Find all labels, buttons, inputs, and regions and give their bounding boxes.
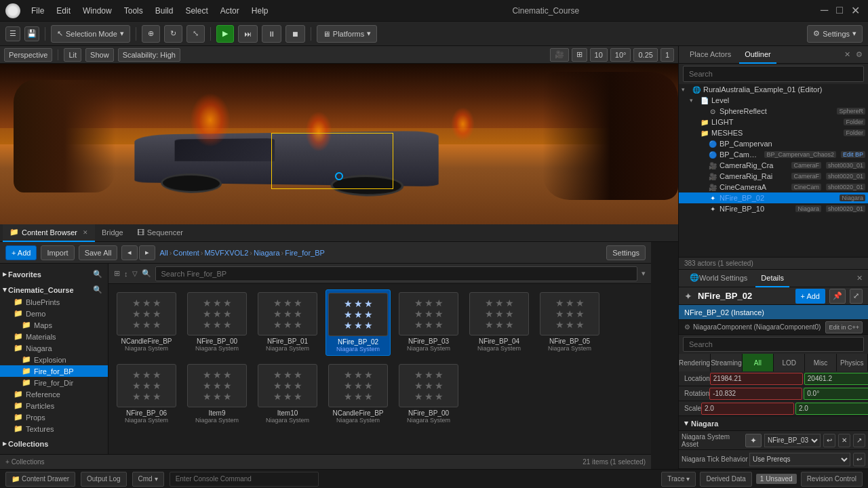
tab-sequencer[interactable]: 🎞 Sequencer [130,224,190,242]
asset-item-4[interactable]: ★★★★★★★★★NFire_BP_03Niagara System [396,289,461,356]
asset-item-5[interactable]: ★★★★★★★★★NFire_BP_04Niagara System [467,289,532,356]
tab-details[interactable]: Details [755,270,789,287]
subtab-lod[interactable]: LOD [774,354,805,371]
breadcrumb-fire[interactable]: Fire_for_BP [285,249,325,257]
menu-build[interactable]: Build [150,5,179,17]
rotate-btn[interactable]: ↻ [164,25,182,43]
niagara-asset-open-btn[interactable]: ↗ [853,434,865,447]
tree-item-1[interactable]: ▾📄Level [679,95,868,106]
niagara-section-header[interactable]: ▾ Niagara [679,416,868,431]
vp-num-btn[interactable]: 1 [660,48,674,62]
tab-bridge[interactable]: Bridge [95,224,130,242]
content-search-input[interactable] [155,266,638,281]
niagara-tick-select[interactable]: Use Prereqs [749,453,850,466]
asset-item-8[interactable]: ★★★★★★★★★Item9Niagara System [184,361,250,426]
location-x-input[interactable] [710,373,803,385]
edit-cpp-btn[interactable]: Edit in C++ [825,321,863,333]
sidebar-fire-for-dir[interactable]: 📁 Fire_for_Dir [0,377,108,388]
asset-item-0[interactable]: ★★★★★★★★★NCandleFire_BPNiagara System [114,289,179,356]
niagara-asset-clear-btn[interactable]: ✕ [838,434,850,447]
search-dropdown-icon[interactable]: ▾ [642,269,646,278]
niagara-asset-browse-btn[interactable]: ↩ [823,434,835,447]
tree-item-9[interactable]: 🎥CineCameraACineCamshot0020_01 [679,182,868,192]
tab-place-actors[interactable]: Place Actors [684,46,736,64]
stop-btn[interactable]: ⏹ [285,25,305,43]
close-icon[interactable]: ✕ [848,4,863,17]
scale-y-input[interactable] [795,403,868,415]
subtab-physics[interactable]: Physics [837,354,868,371]
breadcrumb-all[interactable]: All [159,249,167,257]
pause-btn[interactable]: ⏸ [262,25,281,43]
minimize-icon[interactable]: ─ [818,4,831,17]
tree-item-3[interactable]: 📁LIGHTFolder [679,117,868,127]
outliner-search-input[interactable] [683,66,864,82]
details-pin-btn[interactable]: 📌 [829,289,846,304]
menu-edit[interactable]: Edit [51,5,76,17]
settings-btn[interactable]: ⚙ Settings ▾ [807,25,863,43]
tree-item-2[interactable]: ⊙SphereReflectSphereR [679,106,868,117]
search-icon-sidebar[interactable]: 🔍 [93,270,102,279]
sidebar-niagara[interactable]: 📁 Niagara [0,342,108,354]
rotation-y-input[interactable] [804,388,868,400]
sidebar-reference[interactable]: 📁 Reference [0,388,108,400]
vp-fov-btn[interactable]: 0.25 [633,48,657,62]
rotation-x-input[interactable] [709,388,802,400]
view-options-icon[interactable]: ⊞ [114,269,120,278]
vp-camera-btn[interactable]: 🎥 [550,48,569,62]
lit-btn[interactable]: Lit [64,48,81,62]
tree-item-8[interactable]: 🎥CameraRig_RaiCameraFshot0020_01 [679,171,868,182]
vp-angle-btn[interactable]: 10° [610,48,631,62]
skip-btn[interactable]: ⏭ [238,25,258,43]
collections-label[interactable]: + Collections [5,458,45,466]
selection-mode-btn[interactable]: ↖ Selection Mode ▾ [51,25,130,43]
tree-item-0[interactable]: ▾🌐RuralAustralia_Example_01 (Editor) [679,84,868,95]
sidebar-materials[interactable]: 📁 Materials [0,331,108,342]
menu-file[interactable]: File [26,5,50,17]
sidebar-textures[interactable]: 📁 Textures [0,423,108,434]
sort-icon[interactable]: ↕ [124,270,128,278]
subtab-misc[interactable]: Misc [805,354,836,371]
location-y-input[interactable] [804,373,868,385]
perspective-btn[interactable]: Perspective [4,48,52,62]
asset-item-6[interactable]: ★★★★★★★★★NFire_BP_05Niagara System [537,289,602,356]
sidebar-fire-for-bp[interactable]: 📁 Fire_for_BP [0,365,108,377]
vp-snap-btn[interactable]: ⊞ [572,48,587,62]
menu-actor[interactable]: Actor [215,5,245,17]
asset-item-2[interactable]: ★★★★★★★★★NFire_BP_01Niagara System [255,289,320,356]
scalability-btn[interactable]: Scalability: High [118,48,180,62]
sidebar-props[interactable]: 📁 Props [0,411,108,423]
tab-content-browser[interactable]: 📁 Content Browser ✕ [3,224,95,242]
cb-settings-btn[interactable]: Settings [606,245,646,260]
sidebar-favorites-header[interactable]: ▸ Favorites 🔍 [0,268,108,281]
sidebar-particles[interactable]: 📁 Particles [0,400,108,411]
close-panel-icon[interactable]: ✕ [844,50,850,59]
panel-options-icon[interactable]: ⚙ [856,50,863,59]
sidebar-demo[interactable]: 📁 Demo [0,308,108,319]
subtab-all[interactable]: All [743,354,774,371]
cmd-btn[interactable]: Cmd ▾ [132,472,164,487]
content-drawer-btn[interactable]: 📁 Content Drawer [5,472,75,487]
sidebar-blueprints[interactable]: 📁 BluePrints [0,296,108,308]
menu-window[interactable]: Window [77,5,117,17]
niagara-asset-select[interactable]: NFire_BP_03 [764,434,821,447]
breadcrumb-content[interactable]: Content [173,249,199,257]
derived-data-btn[interactable]: Derived Data [700,472,751,487]
console-command-input[interactable] [170,472,319,487]
menu-help[interactable]: Help [246,5,274,17]
niagara-tick-reset-btn[interactable]: ↩ [853,453,865,466]
cb-import-btn[interactable]: Import [41,245,74,260]
details-add-btn[interactable]: + Add [795,289,825,304]
save-btn[interactable]: 💾 [24,26,39,41]
vp-grid-btn[interactable]: 10 [590,48,608,62]
tree-item-10[interactable]: ✦NFire_BP_02Niagara [679,192,868,203]
viewport[interactable] [0,64,678,224]
play-btn[interactable]: ▶ [216,25,234,43]
menu-tools[interactable]: Tools [119,5,149,17]
tree-item-5[interactable]: 🔵BP_Campervan [679,138,868,149]
subtab-rendering[interactable]: Rendering [679,354,711,371]
asset-item-1[interactable]: ★★★★★★★★★NFire_BP_00Niagara System [184,289,250,356]
revision-control-btn[interactable]: Revision Control [801,472,863,487]
asset-item-3[interactable]: ★★★★★★★★★NFire_BP_02Niagara System [326,289,391,356]
show-btn[interactable]: Show [85,48,114,62]
forward-btn[interactable]: ▸ [139,245,155,260]
